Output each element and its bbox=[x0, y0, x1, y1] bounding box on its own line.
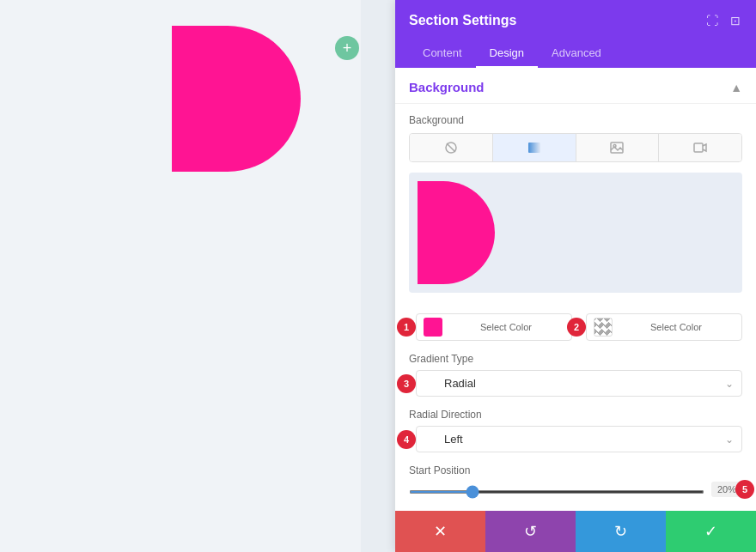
canvas-half-circle bbox=[172, 26, 301, 172]
svg-rect-2 bbox=[528, 143, 540, 153]
add-section-button[interactable]: + bbox=[335, 36, 359, 60]
background-label: Background bbox=[409, 114, 742, 126]
cancel-button[interactable]: ✕ bbox=[395, 511, 485, 552]
color-label-2: Select Color bbox=[618, 322, 735, 332]
bg-type-image[interactable] bbox=[576, 134, 660, 161]
color-selector-2[interactable]: Select Color bbox=[586, 313, 742, 341]
badge-4: 4 bbox=[397, 430, 416, 449]
redo-button[interactable]: ↻ bbox=[576, 511, 666, 552]
gradient-options: Gradient Type 3 Radial Linear Conic ⌄ Ra bbox=[395, 353, 756, 511]
section-heading: Background ▲ bbox=[395, 68, 756, 104]
bg-type-none[interactable] bbox=[410, 134, 493, 161]
save-button[interactable]: ✓ bbox=[666, 511, 756, 552]
gradient-type-row: Gradient Type 3 Radial Linear Conic ⌄ bbox=[409, 353, 742, 397]
bottom-toolbar: ✕ ↺ ↻ ✓ bbox=[395, 511, 756, 552]
tab-content[interactable]: Content bbox=[409, 39, 476, 68]
start-position-row: Start Position 20% 5 bbox=[409, 464, 742, 497]
radial-direction-row: Radial Direction 4 Left Center Top Left … bbox=[409, 409, 742, 452]
tab-advanced[interactable]: Advanced bbox=[538, 39, 615, 68]
badge-2: 2 bbox=[567, 318, 586, 337]
bg-type-video[interactable] bbox=[659, 134, 741, 161]
panel-title: Section Settings bbox=[409, 13, 516, 28]
start-position-slider[interactable] bbox=[409, 490, 704, 494]
panel-header: Section Settings ⛶ ⊡ Content Design Adva… bbox=[395, 0, 756, 68]
radial-direction-select[interactable]: Left Center Top Left Top Top Right Right… bbox=[416, 426, 742, 452]
svg-rect-5 bbox=[694, 143, 703, 152]
bg-type-tabs bbox=[409, 133, 742, 162]
gradient-preview bbox=[409, 173, 742, 293]
badge-3: 3 bbox=[397, 374, 416, 393]
section-collapse-button[interactable]: ▲ bbox=[730, 81, 742, 94]
panel-fullscreen-button[interactable]: ⛶ bbox=[704, 12, 720, 29]
tab-design[interactable]: Design bbox=[476, 39, 538, 68]
badge-1: 1 bbox=[397, 318, 416, 337]
color-selectors: 1 Select Color 2 Select Color bbox=[395, 313, 756, 341]
section-heading-title: Background bbox=[409, 80, 485, 94]
badge-5: 5 bbox=[735, 480, 754, 499]
gradient-type-label: Gradient Type bbox=[409, 353, 742, 365]
canvas-area: + bbox=[0, 0, 361, 552]
color-swatch-1 bbox=[424, 318, 442, 337]
panel-close-button[interactable]: ⊡ bbox=[729, 12, 742, 29]
undo-button[interactable]: ↺ bbox=[485, 511, 576, 552]
gradient-type-select[interactable]: Radial Linear Conic bbox=[416, 370, 742, 397]
panel-body: Background ▲ Background bbox=[395, 68, 756, 511]
preview-shape bbox=[418, 181, 495, 284]
background-sub-section: Background bbox=[395, 104, 756, 313]
radial-direction-label: Radial Direction bbox=[409, 409, 742, 421]
color-swatch-2 bbox=[594, 318, 613, 337]
bg-type-gradient[interactable] bbox=[493, 134, 576, 161]
settings-panel: Section Settings ⛶ ⊡ Content Design Adva… bbox=[395, 0, 756, 552]
color-label-1: Select Color bbox=[448, 322, 564, 332]
color-selector-1[interactable]: Select Color bbox=[416, 313, 572, 341]
start-position-label: Start Position bbox=[409, 464, 742, 476]
panel-actions: ⛶ ⊡ bbox=[704, 12, 742, 29]
svg-line-1 bbox=[447, 143, 455, 152]
tabs: Content Design Advanced bbox=[409, 39, 742, 68]
